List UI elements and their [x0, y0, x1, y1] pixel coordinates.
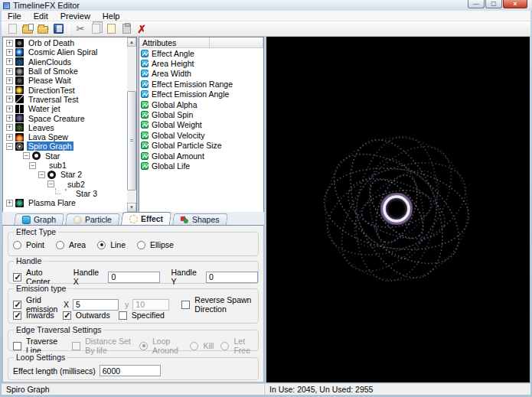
copy-button[interactable]	[88, 22, 103, 36]
tab-shapes[interactable]: Shapes	[172, 213, 228, 225]
attribute-item[interactable]: Effect Angle	[139, 48, 263, 58]
handle-y-input[interactable]	[206, 272, 258, 283]
attribute-item[interactable]: Effect Emission Range	[139, 79, 263, 89]
graph-attribute-icon	[141, 50, 149, 57]
tab-graph[interactable]: Graph	[14, 213, 64, 225]
effect-thumbnail-icon	[15, 48, 24, 57]
tree-item-leaves[interactable]: Leaves	[3, 123, 127, 132]
effect-settings-panel: Effect Type Point Area Line Ellipse Hand…	[2, 225, 264, 382]
paste-button[interactable]	[103, 22, 119, 36]
let-free-radio[interactable]	[220, 342, 229, 350]
menu-preview[interactable]: Preview	[54, 11, 96, 21]
attribute-item[interactable]: Global Velocity	[139, 130, 263, 140]
point-radio[interactable]	[13, 241, 21, 249]
tree-item-please-wait[interactable]: Please Wait	[3, 76, 127, 85]
tree-item-star[interactable]: Star	[3, 151, 127, 161]
import-button[interactable]: ↓	[35, 22, 51, 36]
auto-center-checkbox[interactable]	[13, 273, 21, 281]
effect-tab-icon	[129, 215, 138, 223]
attributes-column-header[interactable]: Attributes	[139, 37, 210, 47]
scrollbar-thumb[interactable]	[127, 91, 136, 190]
expand-icon[interactable]	[6, 200, 13, 207]
line-radio[interactable]	[97, 241, 106, 249]
expand-icon[interactable]	[6, 58, 13, 65]
attribute-item[interactable]: Global Spin	[139, 109, 263, 119]
tree-scrollbar[interactable]: ▲ ▼	[127, 37, 136, 212]
tree-item-cosmic-alien-spiral[interactable]: Cosmic Alien Spiral	[3, 47, 127, 57]
menu-file[interactable]: File	[2, 11, 28, 21]
attribute-item[interactable]: Effect Emission Angle	[139, 89, 263, 99]
ellipse-radio[interactable]	[137, 241, 145, 249]
area-radio[interactable]	[56, 241, 64, 249]
outwards-checkbox[interactable]	[63, 311, 71, 320]
tree-item-directiontest[interactable]: DirectionTest	[3, 85, 127, 94]
menu-edit[interactable]: Edit	[28, 11, 54, 21]
grid-y-input[interactable]	[132, 299, 169, 311]
minimize-button[interactable]: —	[468, 0, 485, 8]
save-button[interactable]	[51, 22, 66, 36]
graph-attribute-icon	[141, 101, 149, 109]
tab-particle[interactable]: Particle	[65, 213, 120, 225]
scroll-up-icon[interactable]: ▲	[127, 37, 136, 47]
grid-x-input[interactable]	[73, 299, 119, 311]
tree-item-orb-of-death[interactable]: Orb of Death	[3, 38, 127, 47]
kill-radio[interactable]	[190, 342, 198, 350]
emitter-ring-icon	[32, 151, 41, 160]
collapse-icon[interactable]	[23, 152, 30, 159]
expand-icon[interactable]	[6, 68, 13, 75]
tree-item-sub1[interactable]: sub1	[3, 161, 127, 170]
tree-item-lava-spew[interactable]: Lava Spew	[3, 132, 127, 142]
collapse-icon[interactable]	[29, 162, 36, 169]
expand-icon[interactable]	[6, 77, 13, 84]
delete-button[interactable]: ✗	[134, 22, 149, 36]
collapse-icon[interactable]	[6, 143, 13, 150]
tree-item-ball-of-smoke[interactable]: Ball of Smoke	[3, 67, 127, 76]
reverse-spawn-checkbox[interactable]	[181, 301, 190, 309]
tree-item-star-3[interactable]: Star 3	[3, 189, 127, 198]
inwards-checkbox[interactable]	[13, 311, 21, 320]
attribute-item[interactable]: Area Height	[139, 58, 263, 68]
scroll-down-icon[interactable]: ▼	[127, 203, 136, 212]
menu-help[interactable]: Help	[96, 11, 126, 21]
tree-item-plasma-flare[interactable]: Plasma Flare	[3, 198, 127, 207]
open-button[interactable]	[20, 22, 35, 36]
distance-set-by-life-checkbox[interactable]	[72, 342, 80, 350]
clipboard-button[interactable]	[119, 22, 134, 36]
handle-x-input[interactable]	[108, 272, 160, 283]
specified-checkbox[interactable]	[119, 311, 127, 320]
cut-button[interactable]: ✂	[73, 22, 88, 36]
collapse-icon[interactable]	[47, 181, 54, 187]
attribute-item[interactable]: Global Life	[139, 161, 263, 171]
traverse-line-checkbox[interactable]	[13, 342, 21, 350]
tree-item-traversal-test[interactable]: Traversal Test	[3, 95, 127, 104]
expand-icon[interactable]	[6, 96, 13, 103]
loop-around-radio[interactable]	[139, 342, 148, 350]
expand-icon[interactable]	[6, 40, 13, 47]
tab-effect[interactable]: Effect	[121, 212, 172, 225]
expand-icon[interactable]	[6, 49, 13, 56]
collapse-icon[interactable]	[38, 171, 45, 178]
expand-icon[interactable]	[6, 134, 13, 141]
expand-icon[interactable]	[6, 86, 13, 93]
attributes-empty-column[interactable]	[210, 37, 263, 47]
tree-item-alienclouds[interactable]: AlienClouds	[3, 57, 127, 67]
new-button[interactable]	[5, 22, 20, 36]
maximize-button[interactable]: ▢	[485, 0, 502, 8]
attribute-item[interactable]: Global Weight	[139, 120, 263, 130]
attribute-item[interactable]: Area Width	[139, 69, 263, 79]
tree-item-spiro-graph[interactable]: Spiro Graph	[3, 142, 127, 151]
expand-icon[interactable]	[6, 106, 13, 112]
tree-item-water-jet[interactable]: Water jet	[3, 104, 127, 113]
attribute-item[interactable]: Global Alpha	[139, 99, 263, 109]
expand-icon[interactable]	[6, 115, 13, 122]
effect-length-input[interactable]	[100, 365, 161, 376]
attribute-item[interactable]: Global Particle Size	[139, 141, 263, 151]
tree-item-space-creature[interactable]: Space Creature	[3, 113, 127, 122]
app-window: TimelineFX Editor — ▢ x File Edit Previe…	[0, 0, 532, 397]
grid-emission-checkbox[interactable]	[13, 301, 21, 309]
attribute-item[interactable]: Global Amount	[139, 151, 263, 161]
close-button[interactable]: x	[503, 0, 527, 8]
preview-canvas[interactable]	[266, 37, 530, 382]
expand-icon[interactable]	[6, 124, 13, 131]
tree-item-star-2[interactable]: Star 2	[3, 170, 127, 179]
